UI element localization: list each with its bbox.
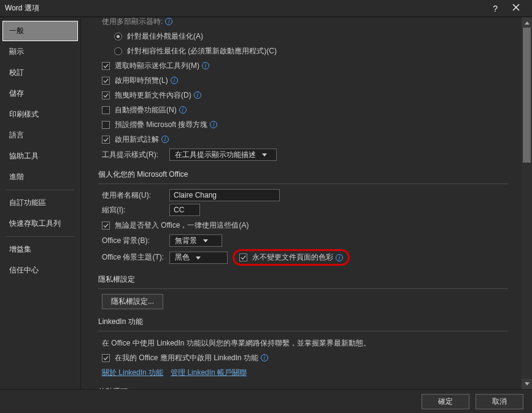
checkbox-new-annotations-label: 啟用新式註解 — [115, 134, 159, 145]
office-theme-select[interactable]: 黑色 — [169, 252, 228, 264]
checkbox-search-collapse[interactable] — [102, 121, 110, 129]
info-icon[interactable]: i — [210, 121, 217, 128]
office-background-label: Office 背景(B): — [102, 236, 169, 246]
radio-optimize-appearance[interactable] — [114, 33, 122, 41]
sidebar-item-quick-access[interactable]: 快速存取工具列 — [2, 214, 78, 234]
scroll-thumb[interactable] — [523, 28, 531, 163]
section-privacy: 隱私權設定 — [98, 268, 508, 287]
checkbox-mini-toolbar[interactable] — [102, 62, 110, 70]
checkbox-always-use[interactable] — [102, 222, 110, 230]
checkbox-drag-update[interactable] — [102, 91, 110, 99]
scroll-up-button[interactable] — [522, 17, 532, 28]
info-icon[interactable]: i — [165, 18, 172, 25]
chevron-down-icon — [262, 150, 267, 159]
options-pane: 使用多部顯示器時:i 針對最佳外觀最佳化(A) 針對相容性最佳化 (必須重新啟動… — [81, 17, 522, 389]
checkbox-drag-update-label: 拖曳時更新文件內容(D) — [115, 90, 191, 101]
sidebar-item-addins[interactable]: 增益集 — [2, 239, 78, 260]
sidebar-item-trust-center[interactable]: 信任中心 — [2, 260, 78, 280]
username-label: 使用者名稱(U): — [102, 190, 169, 201]
tooltip-style-select[interactable]: 在工具提示顯示功能描述 — [169, 149, 277, 161]
dialog-footer: 確定 取消 — [0, 389, 532, 413]
window-title: Word 選項 — [5, 3, 39, 14]
sidebar-item-proofing[interactable]: 校訂 — [2, 63, 78, 83]
initials-input[interactable] — [169, 204, 200, 216]
sidebar-item-display[interactable]: 顯示 — [2, 42, 78, 62]
tooltip-style-label: 工具提示樣式(R): — [102, 150, 169, 160]
info-icon[interactable]: i — [171, 77, 178, 84]
chevron-down-icon — [196, 253, 201, 262]
initials-label: 縮寫(I): — [102, 205, 169, 215]
checkbox-linkedin-label: 在我的 Office 應用程式中啟用 LinkedIn 功能 — [115, 353, 258, 363]
sidebar-item-typography[interactable]: 印刷樣式 — [2, 104, 78, 125]
section-personalize: 個人化您的 Microsoft Office — [98, 163, 508, 182]
radio-optimize-compat[interactable] — [114, 47, 122, 55]
office-theme-label: Office 佈景主題(T): — [102, 252, 169, 263]
checkbox-auto-collapse-label: 自動摺疊功能區(N) — [115, 105, 177, 115]
office-background-select[interactable]: 無背景 — [169, 234, 222, 247]
checkbox-live-preview-label: 啟用即時預覽(L) — [115, 75, 168, 86]
checkbox-search-collapse-label: 預設摺疊 Microsoft 搜尋方塊 — [115, 120, 207, 130]
checkbox-always-use-label: 無論是否登入 Office，一律使用這些值(A) — [115, 220, 249, 231]
sidebar-item-advanced[interactable]: 進階 — [2, 167, 78, 187]
info-icon[interactable]: i — [261, 354, 268, 361]
category-sidebar: 一般 顯示 校訂 儲存 印刷樣式 語言 協助工具 進階 自訂功能區 快速存取工具… — [0, 17, 81, 389]
cancel-button[interactable]: 取消 — [476, 394, 523, 409]
chevron-down-icon — [203, 236, 208, 245]
sidebar-item-customize-ribbon[interactable]: 自訂功能區 — [2, 193, 78, 213]
privacy-settings-button[interactable]: 隱私權設定... — [102, 294, 163, 309]
section-startup: 啟動選項 — [98, 380, 508, 389]
radio-optimize-compat-label: 針對相容性最佳化 (必須重新啟動應用程式)(C) — [127, 46, 277, 56]
checkbox-auto-collapse[interactable] — [102, 106, 110, 114]
checkbox-never-change-color[interactable] — [239, 253, 247, 261]
highlighted-option: 永不變更文件頁面的色彩i — [233, 249, 350, 266]
radio-optimize-appearance-label: 針對最佳外觀最佳化(A) — [127, 31, 203, 42]
ok-button[interactable]: 確定 — [422, 394, 469, 409]
link-about-linkedin[interactable]: 關於 LinkedIn 功能 — [102, 368, 163, 378]
section-linkedin: LinkedIn 功能 — [98, 311, 508, 330]
checkbox-linkedin[interactable] — [102, 354, 110, 362]
info-icon[interactable]: i — [202, 62, 209, 69]
title-bar: Word 選項 ? — [0, 0, 532, 17]
username-input[interactable] — [169, 189, 280, 201]
info-icon[interactable]: i — [194, 91, 201, 99]
close-button[interactable] — [505, 4, 527, 13]
vertical-scrollbar[interactable] — [522, 17, 532, 389]
link-manage-linkedin[interactable]: 管理 LinkedIn 帳戶關聯 — [171, 368, 247, 378]
sidebar-item-save[interactable]: 儲存 — [2, 83, 78, 104]
sidebar-item-language[interactable]: 語言 — [2, 125, 78, 145]
sidebar-item-general[interactable]: 一般 — [2, 21, 78, 41]
info-icon[interactable]: i — [336, 254, 343, 261]
help-button[interactable]: ? — [485, 4, 505, 14]
sidebar-item-accessibility[interactable]: 協助工具 — [2, 146, 78, 166]
linkedin-description: 在 Office 中使用 LinkedIn 功能以與您的專業網路保持聯繫，並掌握… — [102, 338, 371, 349]
checkbox-new-annotations[interactable] — [102, 136, 110, 144]
multi-monitor-label: 使用多部顯示器時:i — [98, 17, 508, 28]
checkbox-never-change-color-label: 永不變更文件頁面的色彩 — [252, 252, 333, 263]
checkbox-live-preview[interactable] — [102, 77, 110, 85]
scroll-down-button[interactable] — [522, 379, 532, 389]
info-icon[interactable]: i — [161, 136, 169, 143]
checkbox-mini-toolbar-label: 選取時顯示迷你工具列(M) — [115, 61, 199, 71]
info-icon[interactable]: i — [179, 106, 187, 114]
